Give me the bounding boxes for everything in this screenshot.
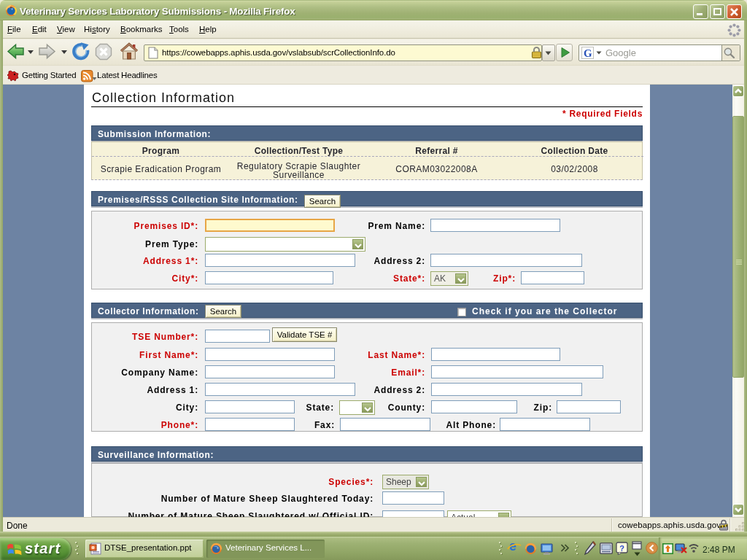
svg-text:?: ? bbox=[619, 544, 624, 553]
